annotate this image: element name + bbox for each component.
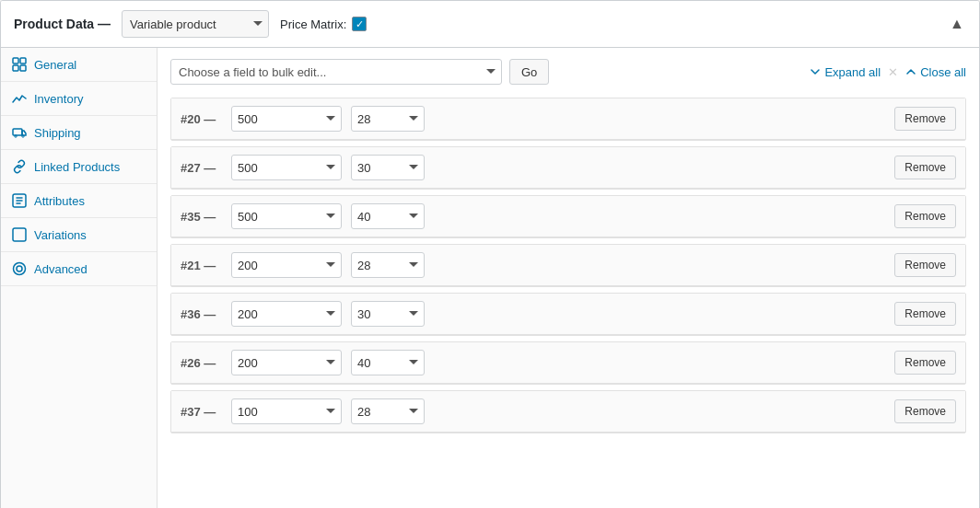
- toolbar-row: Choose a field to bulk edit... Go Expand…: [170, 59, 966, 85]
- remove-button[interactable]: Remove: [894, 107, 956, 131]
- variations-icon: [12, 227, 27, 242]
- sidebar-item-shipping-label: Shipping: [34, 126, 81, 140]
- variation-select-2[interactable]: 40: [351, 350, 425, 375]
- main-content: Choose a field to bulk edit... Go Expand…: [158, 48, 979, 508]
- variation-select-1[interactable]: 500: [231, 106, 342, 132]
- remove-button[interactable]: Remove: [894, 351, 956, 375]
- sidebar-item-attributes[interactable]: Attributes: [1, 184, 157, 218]
- variation-select-2[interactable]: 30: [351, 301, 425, 327]
- variation-row-header: #37 — 100 28 Remove: [171, 391, 965, 433]
- attributes-icon: [12, 193, 27, 208]
- variation-select-1[interactable]: 500: [231, 203, 342, 229]
- sidebar-item-variations[interactable]: Variations: [1, 218, 157, 252]
- sidebar-item-variations-label: Variations: [34, 228, 87, 242]
- variation-id: #35 —: [181, 210, 222, 224]
- svg-point-5: [15, 135, 17, 137]
- variation-row-header: #21 — 200 28 Remove: [171, 245, 965, 286]
- product-data-title: Product Data —: [14, 17, 111, 31]
- sidebar-item-inventory-label: Inventory: [34, 92, 83, 106]
- shipping-icon: [12, 125, 27, 140]
- product-type-select[interactable]: Variable product: [122, 10, 269, 38]
- sidebar-item-general-label: General: [34, 58, 76, 72]
- variation-select-1[interactable]: 200: [231, 301, 342, 327]
- collapse-button[interactable]: ▲: [948, 15, 966, 33]
- sidebar-item-shipping[interactable]: Shipping: [1, 116, 157, 150]
- variation-id: #20 —: [181, 112, 222, 126]
- svg-rect-0: [13, 58, 18, 64]
- variation-select-1[interactable]: 200: [231, 350, 342, 375]
- svg-point-13: [14, 263, 26, 275]
- go-button[interactable]: Go: [509, 59, 549, 85]
- remove-button[interactable]: Remove: [894, 253, 956, 277]
- svg-rect-4: [13, 129, 22, 135]
- variation-row-header: #20 — 500 28 Remove: [171, 98, 965, 140]
- bulk-edit-select[interactable]: Choose a field to bulk edit...: [170, 59, 502, 85]
- svg-point-6: [22, 135, 24, 137]
- variation-row: #21 — 200 28 Remove: [170, 244, 966, 287]
- remove-button[interactable]: Remove: [894, 399, 956, 423]
- expand-all-button[interactable]: Expand all: [810, 65, 881, 79]
- variation-row: #37 — 100 28 Remove: [170, 390, 966, 433]
- close-all-icon: [905, 66, 916, 77]
- variation-select-1[interactable]: 100: [231, 398, 342, 424]
- close-all-button[interactable]: Close all: [905, 65, 966, 79]
- variation-select-1[interactable]: 200: [231, 252, 342, 278]
- variation-id: #21 —: [181, 259, 222, 272]
- svg-rect-2: [13, 65, 18, 71]
- remove-button[interactable]: Remove: [894, 156, 956, 179]
- variation-id: #37 —: [181, 405, 222, 419]
- sidebar-item-linked-products[interactable]: Linked Products: [1, 150, 157, 184]
- variation-row-header: #36 — 200 30 Remove: [171, 294, 965, 335]
- variation-row-header: #35 — 500 40 Remove: [171, 196, 965, 237]
- svg-rect-11: [13, 228, 26, 241]
- variation-row-header: #27 — 500 30 Remove: [171, 147, 965, 189]
- variation-row-header: #26 — 200 40 Remove: [171, 342, 965, 384]
- variation-row: #20 — 500 28 Remove: [170, 98, 966, 141]
- sidebar: General Inventory: [1, 48, 158, 508]
- general-icon: [12, 57, 27, 72]
- product-data-panel: Product Data — Variable product Price Ma…: [0, 0, 980, 508]
- product-data-header: Product Data — Variable product Price Ma…: [1, 1, 979, 48]
- remove-button[interactable]: Remove: [894, 204, 956, 228]
- variation-select-2[interactable]: 28: [351, 106, 425, 132]
- variation-row: #36 — 200 30 Remove: [170, 293, 966, 336]
- variation-select-2[interactable]: 28: [351, 398, 425, 424]
- variation-id: #27 —: [181, 161, 222, 175]
- variation-row: #35 — 500 40 Remove: [170, 195, 966, 238]
- remove-button[interactable]: Remove: [894, 302, 956, 326]
- expand-all-icon: [810, 66, 821, 77]
- inventory-icon: [12, 91, 27, 106]
- variation-id: #36 —: [181, 307, 222, 321]
- svg-point-12: [17, 266, 22, 271]
- variations-list: #20 — 500 28 Remove #27 — 500 30 Remove …: [170, 98, 966, 433]
- variation-select-2[interactable]: 28: [351, 252, 425, 278]
- variation-select-2[interactable]: 40: [351, 203, 425, 229]
- variation-id: #26 —: [181, 356, 222, 370]
- product-data-body: General Inventory: [1, 48, 979, 508]
- sidebar-item-linked-products-label: Linked Products: [34, 160, 120, 174]
- advanced-icon: [12, 261, 27, 276]
- linked-icon: [12, 159, 27, 174]
- variation-select-2[interactable]: 30: [351, 155, 425, 180]
- sidebar-item-general[interactable]: General: [1, 48, 157, 82]
- sidebar-item-advanced-label: Advanced: [34, 262, 88, 276]
- price-matrix-checkbox[interactable]: [352, 17, 367, 31]
- sidebar-item-advanced[interactable]: Advanced: [1, 252, 157, 286]
- variation-row: #26 — 200 40 Remove: [170, 341, 966, 385]
- svg-rect-3: [20, 65, 26, 71]
- sidebar-item-inventory[interactable]: Inventory: [1, 82, 157, 116]
- price-matrix-label: Price Matrix:: [280, 17, 367, 31]
- sidebar-item-attributes-label: Attributes: [34, 194, 85, 208]
- svg-rect-1: [20, 58, 26, 64]
- variation-row: #27 — 500 30 Remove: [170, 146, 966, 190]
- variation-select-1[interactable]: 500: [231, 155, 342, 180]
